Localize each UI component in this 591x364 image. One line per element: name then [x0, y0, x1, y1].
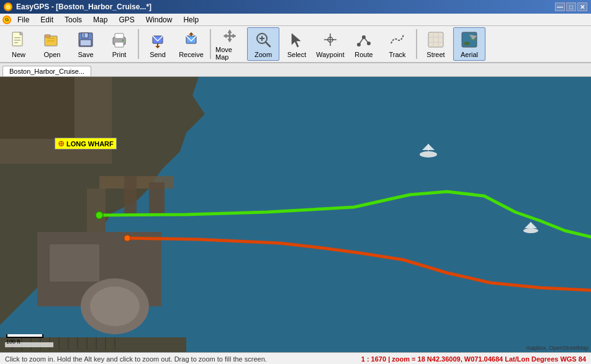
save-button[interactable]: Save [70, 27, 102, 61]
svg-rect-14 [115, 33, 124, 38]
aerial-button[interactable]: Aerial [453, 27, 485, 61]
menu-app-icon: G [2, 16, 11, 24]
svg-line-35 [364, 37, 369, 43]
svg-rect-48 [0, 77, 74, 139]
svg-rect-3 [14, 40, 20, 41]
svg-marker-19 [155, 46, 160, 48]
waypoint-name: LONG WHARF [66, 140, 114, 148]
track-icon [387, 30, 407, 50]
track-button[interactable]: Track [381, 27, 413, 61]
select-label: Select [287, 51, 307, 58]
title-bar-left: G EasyGPS - [Boston_Harbor_Cruise...*] [4, 2, 151, 11]
separator-1 [138, 29, 139, 59]
svg-marker-22 [189, 32, 194, 35]
new-icon [9, 30, 29, 50]
street-icon [426, 30, 446, 50]
map-tab[interactable]: Boston_Harbor_Cruise... [2, 66, 91, 76]
send-label: Send [150, 51, 166, 58]
save-label: Save [78, 51, 93, 58]
route-icon [354, 30, 374, 50]
street-label: Street [426, 51, 444, 58]
aerial-icon [459, 30, 479, 50]
receive-icon [181, 30, 201, 50]
svg-marker-27 [292, 33, 300, 47]
route-button[interactable]: Route [348, 27, 380, 61]
menu-gps[interactable]: GPS [114, 14, 139, 25]
send-button[interactable]: Send [142, 27, 174, 61]
app-icon: G [4, 2, 12, 11]
waypoint-icon [320, 30, 340, 50]
receive-button[interactable]: Receive [175, 27, 207, 61]
route-label: Route [354, 51, 372, 58]
svg-rect-2 [14, 37, 20, 38]
svg-rect-36 [428, 32, 443, 47]
close-button[interactable]: ✕ [577, 2, 587, 11]
save-icon [76, 30, 96, 50]
zoom-button[interactable]: Zoom [247, 27, 279, 61]
status-bar: Click to zoom in. Hold the Alt key and c… [0, 352, 591, 364]
map-attribution: mapbox, OpenStreetMap [526, 345, 589, 351]
menu-edit[interactable]: Edit [35, 14, 58, 25]
title-bar: G EasyGPS - [Boston_Harbor_Cruise...*] —… [0, 0, 591, 14]
svg-rect-11 [83, 33, 85, 37]
movemap-label: Move Map [215, 46, 244, 61]
print-icon [109, 30, 129, 50]
select-icon [287, 30, 307, 50]
tab-bar: Boston_Harbor_Cruise... [0, 63, 591, 77]
status-hint: Click to zoom in. Hold the Alt key and c… [5, 355, 267, 363]
menu-bar: G File Edit Tools Map GPS Window Help [0, 14, 591, 26]
open-label: Open [44, 51, 61, 58]
status-coords: 1 : 1670 | zoom = 18 N42.36009, W071.046… [361, 355, 586, 363]
scale-label: 100 ft [6, 339, 20, 345]
aerial-label: Aerial [461, 51, 478, 58]
svg-point-87 [96, 211, 103, 219]
svg-rect-55 [124, 176, 137, 213]
track-label: Track [389, 51, 405, 58]
receive-label: Receive [179, 51, 204, 58]
movemap-button[interactable]: Move Map [214, 27, 246, 61]
new-label: New [12, 51, 25, 58]
svg-rect-4 [14, 42, 18, 43]
map-container[interactable]: ⊕ LONG WHARF 100 ft mapbox, OpenStreetMa… [0, 77, 591, 352]
svg-point-42 [464, 42, 470, 45]
svg-line-24 [266, 42, 270, 47]
svg-rect-15 [115, 42, 124, 47]
print-label: Print [112, 51, 127, 58]
new-button[interactable]: New [2, 27, 35, 61]
svg-point-16 [122, 40, 124, 42]
app-title: EasyGPS - [Boston_Harbor_Cruise...*] [16, 2, 151, 11]
svg-point-73 [523, 228, 538, 233]
svg-line-34 [359, 37, 364, 45]
minimize-button[interactable]: — [555, 2, 565, 11]
street-button[interactable]: Street [420, 27, 452, 61]
waypoint-label: ⊕ LONG WHARF [55, 138, 117, 149]
scale-line [6, 334, 43, 338]
print-button[interactable]: Print [103, 27, 135, 61]
zoom-label: Zoom [255, 51, 272, 58]
svg-rect-56 [149, 182, 165, 213]
waypoint-button[interactable]: Waypoint [314, 27, 346, 61]
maximize-button[interactable]: □ [566, 2, 576, 11]
svg-rect-6 [45, 35, 50, 37]
menu-file[interactable]: File [12, 14, 34, 25]
menu-tools[interactable]: Tools [60, 14, 87, 25]
movemap-icon [220, 27, 240, 45]
select-button[interactable]: Select [281, 27, 313, 61]
menu-window[interactable]: Window [141, 14, 178, 25]
svg-rect-52 [50, 244, 99, 282]
waypoint-label: Waypoint [316, 51, 344, 58]
send-icon [148, 30, 168, 50]
separator-2 [210, 29, 211, 59]
svg-point-70 [420, 151, 437, 158]
svg-rect-12 [80, 40, 91, 46]
title-bar-controls: — □ ✕ [555, 2, 587, 11]
scale-bar: 100 ft [6, 334, 43, 345]
menu-map[interactable]: Map [88, 14, 112, 25]
open-button[interactable]: Open [36, 27, 68, 61]
toolbar: New Open Save Print Send Receive [0, 26, 591, 63]
open-icon [42, 30, 62, 50]
zoom-icon [253, 30, 273, 50]
menu-help[interactable]: Help [178, 14, 204, 25]
svg-point-54 [90, 286, 140, 326]
svg-point-86 [124, 235, 130, 241]
